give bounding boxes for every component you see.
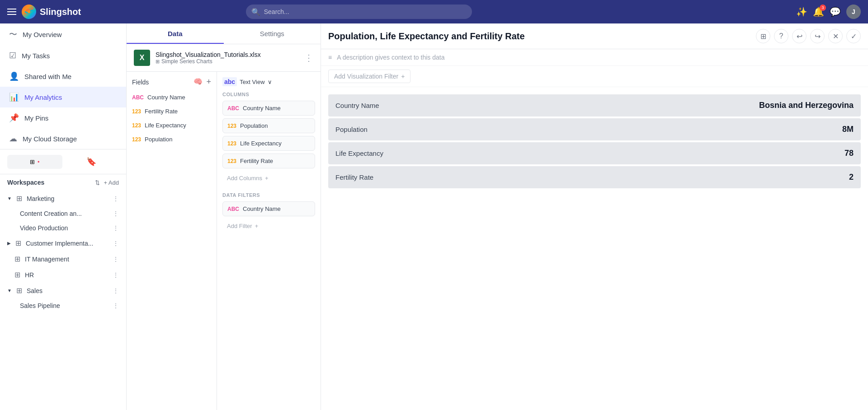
add-columns-row[interactable]: Add Columns + [222,171,315,185]
row-label: Country Name [335,102,379,109]
search-input[interactable] [246,5,472,19]
app-name: Slingshot [40,7,81,17]
viz-description[interactable]: ≡ A description gives context to this da… [321,49,868,66]
sort-workspaces-btn[interactable]: ⇅ [95,179,100,186]
sparkle-icon-btn[interactable]: ✨ [796,6,807,17]
user-avatar[interactable]: J [846,5,861,19]
tab-data[interactable]: Data [127,23,224,44]
sidebar-item-my-cloud-storage[interactable]: ☁ My Cloud Storage [0,128,126,149]
workspace-label: HR [25,271,34,279]
column-chip-country-name[interactable]: ABC Country Name [222,101,315,116]
close-btn[interactable]: ✕ [828,29,843,43]
columns-right-column: abc Text View ∨ COLUMNS ABC Country Name… [217,72,321,410]
sidebar-item-my-tasks[interactable]: ☑ My Tasks [0,45,126,66]
field-type-icon: 123 [132,122,141,129]
sub-item-label: Content Creation an... [20,210,82,217]
workspace-sales[interactable]: ▼ ⊞ Sales ⋮ [0,283,126,298]
fields-actions: 🧠 + [193,77,211,87]
sidebar-item-label: My Overview [23,31,62,38]
filter-chip-country-name[interactable]: ABC Country Name [222,201,315,216]
field-type-icon: ABC [227,105,239,112]
column-chip-label: Country Name [243,105,281,112]
field-country-name[interactable]: ABC Country Name [127,90,217,104]
row-value: 8M [842,125,854,134]
add-field-btn[interactable]: + [206,77,211,87]
description-icon: ≡ [328,54,332,61]
sidebar-item-my-overview[interactable]: 〜 My Overview [0,23,126,45]
chevron-right-icon: ▶ [7,241,11,246]
notification-bell[interactable]: 🔔 3 [813,6,824,17]
sub-item-dots-menu[interactable]: ⋮ [113,210,119,217]
column-chip-fertility-rate[interactable]: 123 Fertility Rate [222,154,315,168]
tab-settings[interactable]: Settings [224,23,321,44]
viz-title-input[interactable] [328,31,750,42]
sub-item-dots-menu[interactable]: ⋮ [113,302,119,309]
grid-view-btn[interactable]: ⊞ [756,29,770,43]
content-area: Data Settings X Slingshot_Visualization_… [127,23,868,410]
sidebar-item-label: My Pins [24,114,48,122]
layers-icon: ⊞ [16,286,22,295]
workspace-it-management[interactable]: ⊞ IT Management ⋮ [0,251,126,267]
cloud-icon: ☁ [9,134,17,144]
column-chip-label: Population [240,122,268,129]
sidebar-item-label: My Analytics [24,93,62,101]
data-filters-section-label: DATA FILTERS [222,192,315,198]
fields-panel: Fields 🧠 + ABC Country Name 123 Fertilit… [127,72,321,410]
redo-btn[interactable]: ↪ [810,29,825,43]
column-chip-population[interactable]: 123 Population [222,118,315,133]
table-row-country-name: Country Name Bosnia and Herzegovina [328,94,861,116]
field-type-icon: 123 [227,158,236,164]
sidebar-actions-row: ⊞ • 🔖 [0,149,126,174]
bookmark-btn[interactable]: 🔖 [64,153,119,170]
field-type-icon: 123 [227,140,236,147]
data-table: Country Name Bosnia and Herzegovina Popu… [321,87,868,410]
sidebar-item-my-pins[interactable]: 📌 My Pins [0,107,126,128]
right-panel: ⊞ ? ↩ ↪ ✕ ✓ ≡ A description gives contex… [321,23,868,410]
confirm-btn[interactable]: ✓ [846,29,861,43]
add-columns-plus-icon: + [265,175,269,182]
add-filter-row[interactable]: Add Filter + [222,219,315,233]
fields-left-column: Fields 🧠 + ABC Country Name 123 Fertilit… [127,72,217,410]
sub-item-sales-pipeline[interactable]: Sales Pipeline ⋮ [0,298,126,313]
layers-workspace-btn[interactable]: ⊞ • [7,155,62,169]
sub-item-content-creation[interactable]: Content Creation an... ⋮ [0,206,126,221]
field-population[interactable]: 123 Population [127,132,217,146]
text-view-selector[interactable]: abc Text View ∨ [222,77,315,86]
row-value: Bosnia and Herzegovina [759,101,854,110]
workspace-hr[interactable]: ⊞ HR ⋮ [0,267,126,283]
workspace-dots-menu[interactable]: ⋮ [113,287,119,294]
undo-btn[interactable]: ↩ [792,29,807,43]
row-label: Fertility Rate [335,173,373,181]
chat-icon-btn[interactable]: 💬 [830,6,841,17]
workspace-customer-impl[interactable]: ▶ ⊞ Customer Implementa... ⋮ [0,235,126,251]
search-bar: 🔍 [246,5,472,19]
left-panel: Data Settings X Slingshot_Visualization_… [127,23,321,410]
sub-item-dots-menu[interactable]: ⋮ [113,224,119,232]
grid-icon: ⊞ [156,59,160,65]
hamburger-menu[interactable] [7,9,16,15]
layers-icon: ⊞ [16,194,22,203]
workspace-dots-menu[interactable]: ⋮ [113,195,119,202]
data-source-type: ⊞ Simple Series Charts [156,58,299,65]
data-source-info: Slingshot_Visualization_Tutorials.xlsx ⊞… [156,51,299,65]
field-type-icon: ABC [227,206,239,212]
bookmark-icon: 🔖 [86,157,96,167]
sub-item-video-production[interactable]: Video Production ⋮ [0,221,126,235]
workspace-dots-menu[interactable]: ⋮ [113,256,119,263]
help-btn[interactable]: ? [774,29,788,43]
field-type-icon: 123 [132,108,141,115]
brain-icon[interactable]: 🧠 [193,77,203,87]
add-workspace-btn[interactable]: + Add [104,179,119,186]
sidebar-item-shared-with-me[interactable]: 👤 Shared with Me [0,66,126,87]
workspace-marketing[interactable]: ▼ ⊞ Marketing ⋮ [0,191,126,206]
workspace-dots-menu[interactable]: ⋮ [113,240,119,247]
field-life-expectancy[interactable]: 123 Life Expectancy [127,118,217,132]
workspace-dots-menu[interactable]: ⋮ [113,271,119,279]
chevron-down-icon: ▼ [7,288,12,293]
sidebar-item-my-analytics[interactable]: 📊 My Analytics [0,87,126,107]
data-source-dots-menu[interactable]: ⋮ [304,52,313,63]
field-fertility-rate[interactable]: 123 Fertility Rate [127,104,217,118]
add-viz-filter-btn[interactable]: Add Visualization Filter + [328,70,410,83]
columns-section-label: COLUMNS [222,92,315,97]
column-chip-life-expectancy[interactable]: 123 Life Expectancy [222,136,315,151]
